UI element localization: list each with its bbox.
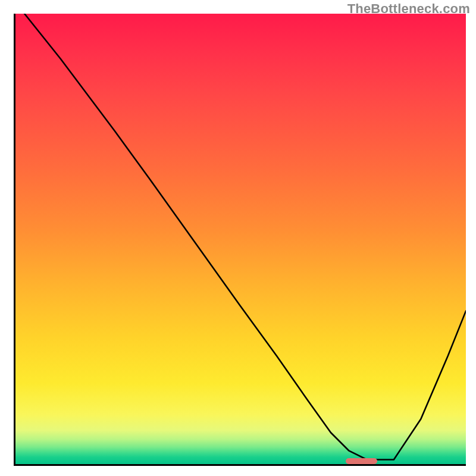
plot-area [14,14,466,466]
bottleneck-curve-path [24,14,466,459]
curve-svg [15,14,466,464]
highlight-marker [346,458,377,464]
chart-frame: TheBottleneck.com [0,0,476,476]
